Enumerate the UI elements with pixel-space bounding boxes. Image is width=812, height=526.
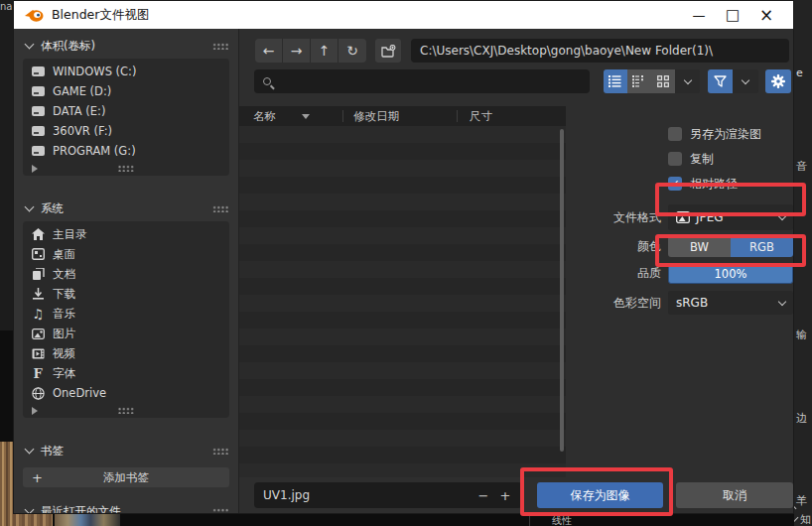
volume-item-windows-c[interactable]: WINDOWS (C:): [23, 62, 229, 81]
quality-label: 品质: [566, 265, 661, 282]
expand-triangle-icon[interactable]: [32, 407, 38, 415]
quality-slider[interactable]: 100%: [668, 263, 793, 284]
system-item-home[interactable]: 主目录: [23, 224, 229, 244]
background-partial-text: 线性: [552, 514, 572, 526]
section-header-recent[interactable]: 最近打开的文件: [23, 502, 229, 513]
system-item-downloads[interactable]: 下载: [23, 284, 229, 304]
minimize-button[interactable]: —: [682, 3, 716, 27]
plus-icon: +: [32, 470, 43, 485]
grip-handle-icon[interactable]: [212, 508, 229, 514]
forward-button[interactable]: →: [283, 39, 311, 63]
grip-handle-icon[interactable]: [212, 43, 229, 50]
new-folder-icon: [381, 45, 396, 58]
search-input[interactable]: [254, 69, 590, 93]
system-item-videos[interactable]: 视频: [23, 343, 229, 363]
add-bookmark-button[interactable]: + 添加书签: [23, 467, 229, 487]
decrement-button[interactable]: −: [473, 488, 494, 503]
grid-icon: [657, 75, 669, 87]
checkbox-unchecked-icon[interactable]: [668, 152, 682, 166]
documents-icon: [23, 268, 53, 280]
volume-item-data-e[interactable]: DATA (E:): [23, 101, 229, 121]
color-space-dropdown[interactable]: sRGB: [668, 291, 793, 315]
volume-item-360vr-f[interactable]: 360VR (F:): [23, 121, 229, 141]
background-image-thumbnail: [0, 442, 13, 526]
section-header-volumes[interactable]: 体积(卷标): [23, 37, 229, 55]
chevron-down-icon: [25, 505, 35, 513]
grip-handle-icon[interactable]: [212, 448, 229, 455]
title-bar[interactable]: Blender文件视图 — □ ×: [14, 1, 793, 29]
execute-bar: UV1.jpg − + 保存为图像 取消: [239, 477, 793, 513]
search-icon: [263, 77, 271, 85]
grip-handle-icon[interactable]: [118, 165, 135, 172]
save-as-image-button[interactable]: 保存为图像: [537, 482, 663, 508]
scrollbar[interactable]: [560, 129, 564, 452]
section-title: 最近打开的文件: [41, 504, 121, 514]
section-header-system[interactable]: 系统: [23, 199, 229, 217]
detail-list-icon: [632, 75, 645, 87]
color-rgb-button[interactable]: RGB: [731, 236, 793, 257]
system-item-fonts[interactable]: F 字体: [23, 363, 229, 383]
cancel-button[interactable]: 取消: [676, 482, 793, 508]
system-item-onedrive[interactable]: OneDrive: [23, 383, 229, 403]
image-icon: [23, 329, 53, 339]
background-partial-text: na: [0, 1, 12, 12]
filename-input[interactable]: UV1.jpg − +: [254, 482, 522, 508]
save-options-panel: 另存为渲染图 复制 ✓ 相对路径 文件格式: [566, 106, 793, 477]
navigation-toolbar: ← → ↑ ↻ C:\Users\CXJ\Desktop\gong\bao: [255, 39, 791, 63]
display-thumbnails-button[interactable]: [651, 69, 675, 93]
column-header-date[interactable]: 修改日期: [343, 109, 457, 124]
section-header-bookmarks[interactable]: 书签: [23, 442, 229, 460]
system-item-music[interactable]: ♫ 音乐: [23, 304, 229, 324]
filter-toolbar: [254, 68, 791, 94]
background-right-strip: e 音 输 边 羊 知: [794, 0, 812, 526]
chevron-down-icon: [25, 445, 35, 455]
checkbox-unchecked-icon[interactable]: [668, 127, 682, 141]
font-icon: F: [23, 366, 53, 381]
volume-item-program-g[interactable]: PROGRAM (G:): [23, 141, 229, 161]
increment-button[interactable]: +: [494, 488, 516, 503]
chevron-down-icon: [25, 202, 35, 212]
display-mode-dropdown[interactable]: [675, 69, 701, 93]
panel-footer: [23, 403, 229, 418]
system-label: 文档: [53, 267, 75, 282]
refresh-button[interactable]: ↻: [338, 39, 366, 63]
file-list-empty[interactable]: [239, 126, 566, 477]
back-button[interactable]: ←: [255, 39, 283, 63]
color-bw-button[interactable]: BW: [668, 236, 731, 257]
system-item-pictures[interactable]: 图片: [23, 324, 229, 343]
parent-directory-button[interactable]: ↑: [311, 39, 338, 63]
onedrive-globe-icon: [23, 387, 53, 400]
filter-button[interactable]: [708, 69, 733, 93]
settings-button[interactable]: [765, 69, 791, 93]
filename-stepper: − +: [473, 482, 516, 508]
grip-handle-icon[interactable]: [212, 205, 229, 212]
file-list-area: 名称 修改日期 尺寸: [239, 106, 566, 477]
background-partial-text: e: [796, 66, 803, 79]
blender-logo-icon: [23, 7, 45, 23]
chevron-down-icon: [683, 76, 691, 84]
volume-item-game-d[interactable]: GAME (D:): [23, 81, 229, 101]
copy-row[interactable]: 复制: [566, 147, 793, 171]
background-image-thumbnail: [55, 514, 120, 526]
display-detail-list-button[interactable]: [627, 69, 651, 93]
checkbox-checked-icon[interactable]: ✓: [668, 177, 682, 191]
close-button[interactable]: ×: [749, 3, 783, 27]
system-item-documents[interactable]: 文档: [23, 264, 229, 284]
file-format-dropdown[interactable]: JPEG: [668, 204, 793, 230]
file-browser-main: ← → ↑ ↻ C:\Users\CXJ\Desktop\gong\bao: [239, 29, 793, 513]
maximize-button[interactable]: □: [716, 3, 749, 27]
system-item-desktop[interactable]: 桌面: [23, 244, 229, 264]
grip-handle-icon[interactable]: [118, 407, 135, 414]
expand-triangle-icon[interactable]: [32, 165, 38, 173]
save-as-render-row[interactable]: 另存为渲染图: [566, 122, 793, 146]
path-input[interactable]: C:\Users\CXJ\Desktop\gong\baoye\New Fold…: [411, 39, 789, 63]
panel-footer: [23, 161, 229, 176]
chevron-down-icon: [778, 298, 786, 306]
column-header-name[interactable]: 名称: [239, 109, 342, 124]
display-vertical-list-button[interactable]: [604, 69, 627, 93]
create-folder-button[interactable]: [375, 39, 401, 63]
relative-path-row[interactable]: ✓ 相对路径: [566, 172, 793, 196]
sort-descending-icon: [302, 114, 310, 119]
filter-dropdown[interactable]: [733, 69, 758, 93]
column-header-size[interactable]: 尺寸: [458, 109, 492, 124]
